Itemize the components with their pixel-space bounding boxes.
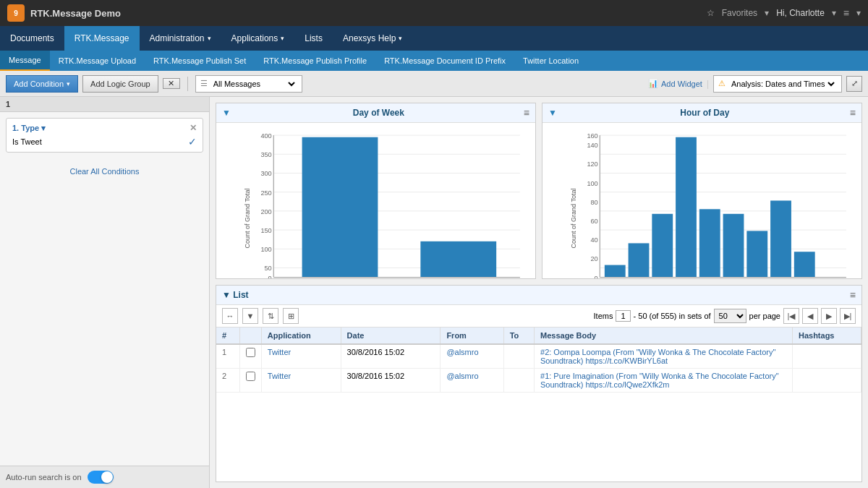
svg-text:40: 40: [590, 236, 597, 244]
subnav-message-label: Message: [9, 56, 41, 64]
condition-value-text: Is Tweet: [12, 137, 42, 146]
analysis-select-wrap[interactable]: ⚠ Analysis: Dates and Times: [713, 75, 842, 93]
list-toolbar-right: Items 1 - 50 (of 555) in sets of 50 100 …: [594, 308, 856, 324]
menu-arrow: ▾: [856, 8, 861, 18]
col-to[interactable]: To: [503, 328, 534, 344]
col-date[interactable]: Date: [341, 328, 441, 344]
nav-applications[interactable]: Applications ▾: [221, 26, 295, 51]
list-triangle: ▼: [222, 290, 231, 300]
last-page-btn[interactable]: ▶|: [840, 308, 856, 324]
row-1-application: Twitter: [261, 344, 341, 369]
toolbar-right: 📊 Add Widget | ⚠ Analysis: Dates and Tim…: [648, 75, 862, 93]
chart-dow-header: ▼ Day of Week ≡: [216, 103, 535, 123]
svg-rect-8: [302, 137, 378, 278]
row-2-hashtags: [792, 369, 861, 393]
col-check: [239, 328, 261, 344]
nav-administration[interactable]: Administration ▾: [140, 26, 221, 51]
right-panel: ▼ Day of Week ≡ Count of Grand Total: [210, 97, 868, 488]
row-2-application: Twitter: [261, 369, 341, 393]
left-panel: 1 1. Type ▾ ✕ Is Tweet ✓ Clear All Condi…: [0, 97, 210, 488]
app-title: RTK.Message Demo: [30, 8, 121, 19]
chart-dow-body: Count of Grand Total: [216, 123, 535, 279]
row-1-check[interactable]: [239, 344, 261, 369]
subnav-publish-profile[interactable]: RTK.Message Publish Profile: [255, 51, 375, 71]
items-range: - 50 (of 555) in sets of: [634, 312, 711, 320]
expand-button[interactable]: ⤢: [846, 76, 862, 92]
row-1-from: @alsmro: [441, 344, 503, 369]
list-menu[interactable]: ≡: [850, 289, 856, 301]
condition-row-1: 1. Type ▾ ✕ Is Tweet ✓: [6, 118, 203, 153]
add-condition-label: Add Condition: [14, 80, 64, 88]
add-logic-group-label: Add Logic Group: [90, 80, 150, 88]
chart-hod-menu[interactable]: ≡: [850, 107, 856, 119]
nav-applications-label: Applications: [231, 33, 278, 43]
subnav-upload[interactable]: RTK.Message Upload: [50, 51, 145, 71]
row-1-checkbox[interactable]: [246, 348, 255, 357]
clear-button[interactable]: ✕: [163, 78, 180, 89]
row-2-check[interactable]: [239, 369, 261, 393]
table-header: # Application Date From To Message Body …: [216, 328, 861, 344]
toggle-knob: [101, 471, 113, 483]
svg-rect-32: [629, 243, 650, 277]
row-1-to: [503, 344, 534, 369]
col-application[interactable]: Application: [261, 328, 341, 344]
nav-rtkmessage[interactable]: RTK.Message: [64, 26, 140, 51]
subnav-publish-set[interactable]: RTK.Message Publish Set: [145, 51, 255, 71]
svg-rect-36: [723, 214, 744, 278]
svg-rect-31: [605, 265, 626, 278]
row-2-checkbox[interactable]: [246, 372, 255, 381]
filter-icon-btn[interactable]: ▼: [242, 308, 258, 324]
add-condition-button[interactable]: Add Condition ▾: [6, 75, 78, 93]
svg-text:160: 160: [587, 132, 597, 140]
col-from[interactable]: From: [441, 328, 503, 344]
row-2-message: #1: Pure Imagination (From "Willy Wonka …: [535, 369, 793, 393]
svg-rect-33: [652, 214, 673, 278]
nav-administration-label: Administration: [150, 33, 205, 43]
table-row: 1 Twitter 30/8/2016 15:02 @alsmro #2: Oo…: [216, 344, 861, 369]
per-page-select[interactable]: 50 100: [714, 309, 746, 323]
items-start: 1: [616, 310, 630, 322]
prev-page-btn[interactable]: ◀: [802, 308, 818, 324]
next-page-btn[interactable]: ▶: [821, 308, 837, 324]
filter-select[interactable]: All Messages: [210, 79, 297, 89]
subnav-message[interactable]: Message: [0, 51, 50, 71]
subnav-docid-prefix[interactable]: RTK.Message Document ID Prefix: [375, 51, 514, 71]
filter-icon: ☰: [200, 79, 208, 88]
subnav-twitter-location[interactable]: Twitter Location: [514, 51, 587, 71]
condition-close-icon[interactable]: ✕: [190, 123, 197, 133]
add-widget-button[interactable]: 📊 Add Widget: [648, 79, 702, 88]
favorites-link[interactable]: Favorites: [722, 8, 757, 18]
per-page-label: per page: [749, 312, 780, 320]
first-page-btn[interactable]: |◀: [783, 308, 799, 324]
menu-icon[interactable]: ≡: [843, 7, 849, 19]
chart-hod-y-label: Count of Grand Total: [570, 188, 577, 248]
condition-arrow: ▾: [41, 124, 46, 132]
link-icon-btn[interactable]: ↔: [222, 308, 238, 324]
grid-icon-btn[interactable]: ⊞: [283, 308, 299, 324]
nav-anexsys[interactable]: Anexsys Help ▾: [333, 26, 412, 51]
nav-lists[interactable]: Lists: [294, 26, 333, 51]
col-hashtags[interactable]: Hashtags: [792, 328, 861, 344]
group-label: 1: [0, 97, 209, 112]
col-message[interactable]: Message Body: [535, 328, 793, 344]
nav-documents[interactable]: Documents: [0, 26, 64, 51]
analysis-select[interactable]: Analysis: Dates and Times: [728, 79, 837, 89]
chart-dow-y-label: Count of Grand Total: [244, 188, 251, 248]
data-table: # Application Date From To Message Body …: [216, 328, 861, 393]
sort-icon-btn[interactable]: ⇅: [263, 308, 278, 324]
filter-select-wrap[interactable]: ☰ All Messages: [195, 75, 302, 93]
user-greeting: Hi, Charlotte: [776, 8, 825, 18]
chart-dow-menu[interactable]: ≡: [524, 107, 529, 119]
svg-text:350: 350: [260, 151, 271, 158]
row-1-message: #2: Oompa Loompa (From "Willy Wonka & Th…: [535, 344, 793, 369]
svg-rect-9: [420, 241, 496, 278]
toolbar-separator: [187, 77, 188, 91]
nav-anexsys-label: Anexsys Help: [343, 33, 396, 43]
main-layout: 1 1. Type ▾ ✕ Is Tweet ✓ Clear All Condi…: [0, 97, 868, 488]
row-1-hashtags: [792, 344, 861, 369]
subnav-twitter-location-label: Twitter Location: [523, 56, 579, 65]
condition-type-label[interactable]: 1. Type ▾: [12, 124, 46, 133]
auto-run-toggle[interactable]: [88, 471, 114, 484]
clear-all-conditions[interactable]: Clear All Conditions: [0, 161, 209, 181]
add-logic-group-button[interactable]: Add Logic Group: [82, 75, 158, 93]
